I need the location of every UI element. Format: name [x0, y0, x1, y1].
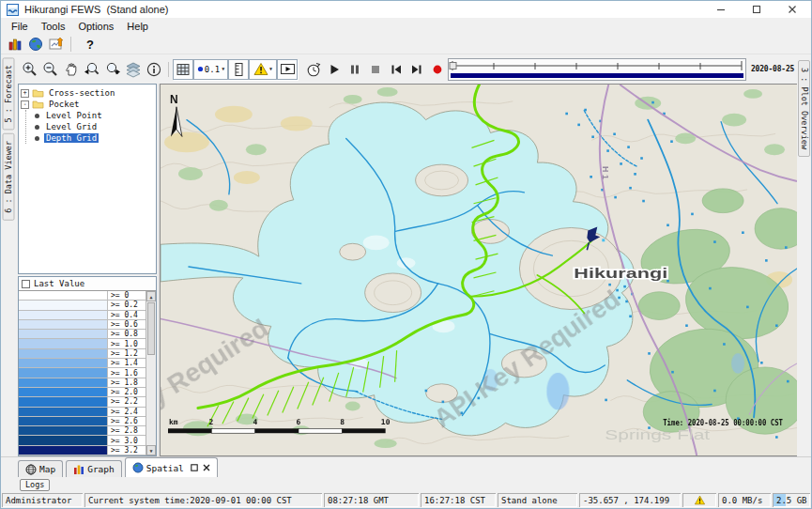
- legend-row[interactable]: >= 1.6: [19, 368, 146, 378]
- legend-scrollbar[interactable]: ▲ ▼: [146, 291, 156, 455]
- logs-button[interactable]: Logs: [20, 479, 50, 491]
- zoom-in-button[interactable]: [20, 59, 40, 80]
- menu-bar: File Tools Options Help: [1, 18, 811, 35]
- legend-swatch: [19, 320, 108, 329]
- expand-icon[interactable]: +: [21, 89, 29, 98]
- scroll-down-icon[interactable]: ▼: [146, 445, 156, 455]
- menu-file[interactable]: File: [5, 20, 35, 33]
- legend-row[interactable]: >= 1.4: [19, 359, 146, 368]
- legend-swatch: [19, 397, 108, 406]
- play-frame-icon: [280, 62, 296, 76]
- tree-label-selected: Depth Grid: [44, 133, 99, 143]
- zoom-previous-button[interactable]: [82, 59, 102, 80]
- maximize-button[interactable]: [751, 4, 762, 15]
- shortcut-tab-plot-overview[interactable]: 3 : Plot Overview: [798, 60, 810, 157]
- legend-row[interactable]: >= 0.6: [19, 320, 146, 330]
- tab-map[interactable]: Map: [18, 460, 63, 477]
- first-frame-button[interactable]: [386, 59, 406, 80]
- tree-item-level-grid[interactable]: Level Grid: [35, 121, 154, 132]
- warning-dropdown[interactable]: ▼: [249, 59, 277, 80]
- warning-icon: [694, 495, 706, 505]
- left-shortcut-strip: 5 : Forecast 6 : Data Viewer: [1, 54, 17, 456]
- explorer-button[interactable]: [5, 34, 25, 54]
- classbreak-dropdown[interactable]: 0.1▼: [193, 59, 228, 80]
- legend-list: >= 0 >= 0.2 >= 0.4 >= 0.6 >= 0.8 >= 1.0 …: [19, 291, 156, 455]
- grid-display-button[interactable]: [173, 59, 193, 80]
- tab-graph[interactable]: Graph: [66, 460, 122, 477]
- legend-row[interactable]: >= 0.4: [19, 311, 146, 320]
- menu-help[interactable]: Help: [120, 20, 155, 33]
- legend-swatch: [19, 291, 108, 300]
- timeseries-button[interactable]: [46, 34, 67, 54]
- legend-label: >= 2.2: [108, 397, 146, 406]
- legend-row[interactable]: >= 2.0: [19, 388, 146, 397]
- scroll-thumb[interactable]: [147, 302, 155, 355]
- stop-button[interactable]: [365, 59, 386, 80]
- legend-row[interactable]: >= 1.2: [19, 349, 146, 359]
- tree-label: Level Point: [44, 111, 104, 120]
- zoom-next-button[interactable]: [102, 59, 123, 80]
- help-button[interactable]: ?: [86, 38, 94, 52]
- layers-icon: [125, 61, 142, 78]
- play-button[interactable]: [324, 59, 345, 80]
- tree-item-cross-section[interactable]: + Cross-section: [21, 87, 154, 99]
- last-frame-button[interactable]: [406, 59, 427, 80]
- globe-icon: [28, 37, 43, 52]
- wireframe-globe-icon: [25, 464, 37, 475]
- chart-arrow-icon: [49, 37, 64, 52]
- legend-row[interactable]: >= 1.0: [19, 339, 146, 348]
- last-value-label: Last Value: [34, 279, 84, 288]
- menu-tools[interactable]: Tools: [35, 20, 72, 33]
- map-display-button[interactable]: [25, 34, 46, 54]
- scale-tick: 4: [253, 418, 257, 426]
- tree-item-level-point[interactable]: Level Point: [35, 110, 154, 121]
- timeline-slider[interactable]: [448, 58, 746, 81]
- legend-row[interactable]: >= 0.8: [19, 330, 146, 339]
- animation-frame-button[interactable]: [277, 59, 298, 80]
- tree-item-pocket[interactable]: - Pocket: [21, 99, 154, 110]
- legend-row[interactable]: >= 2.6: [19, 417, 146, 426]
- legend-row[interactable]: >= 2.2: [19, 397, 146, 407]
- timeline-ruler: [449, 59, 745, 80]
- legend-row[interactable]: >= 0.2: [19, 301, 146, 310]
- legend-label: >= 0.4: [108, 311, 146, 319]
- close-button[interactable]: [787, 4, 798, 15]
- tree-item-depth-grid[interactable]: Depth Grid: [35, 132, 154, 144]
- legend-swatch: [19, 349, 108, 358]
- scale-button[interactable]: [228, 59, 249, 80]
- pan-button[interactable]: [61, 59, 82, 80]
- maximize-tab-icon[interactable]: [191, 464, 198, 471]
- legend-row[interactable]: >= 1.8: [19, 378, 146, 388]
- legend-row[interactable]: >= 2.4: [19, 408, 146, 417]
- map-canvas[interactable]: API Key Required API Key Required Hikura…: [160, 84, 797, 456]
- timer-button[interactable]: [303, 59, 324, 80]
- area-label: Springs Flat: [605, 427, 710, 442]
- interval-value: 0.1: [205, 65, 220, 74]
- legend-label: >= 0.8: [108, 330, 146, 338]
- tab-spatial[interactable]: Spatial: [125, 457, 218, 477]
- zoom-back-icon: [84, 61, 100, 78]
- status-download-speed: 0.0 MB/s: [718, 493, 771, 507]
- legend-row[interactable]: >= 0: [19, 291, 146, 301]
- layers-button[interactable]: [123, 59, 144, 80]
- pause-button[interactable]: [345, 59, 365, 80]
- legend-row[interactable]: >= 3.2: [19, 446, 146, 455]
- minimize-button[interactable]: [715, 4, 727, 15]
- legend-label: >= 0.2: [108, 301, 146, 309]
- record-button[interactable]: [427, 59, 448, 80]
- info-button[interactable]: [144, 59, 164, 80]
- menu-options[interactable]: Options: [71, 20, 120, 33]
- legend-row[interactable]: >= 3.0: [19, 436, 146, 445]
- zoom-out-button[interactable]: [40, 59, 61, 80]
- main-toolbar: ?: [1, 35, 811, 54]
- status-warning-cell[interactable]: [682, 493, 716, 507]
- collapse-icon[interactable]: -: [21, 100, 29, 109]
- legend-row[interactable]: >= 2.8: [19, 426, 146, 436]
- close-tab-icon[interactable]: [203, 464, 210, 471]
- shortcut-tab-data-viewer[interactable]: 6 : Data Viewer: [3, 133, 15, 221]
- shortcut-tab-forecast[interactable]: 5 : Forecast: [3, 57, 15, 130]
- scroll-up-icon[interactable]: ▲: [146, 291, 156, 301]
- scale-tick: 6: [296, 418, 300, 426]
- legend-label: >= 2.8: [108, 426, 146, 435]
- last-value-checkbox[interactable]: [22, 280, 30, 288]
